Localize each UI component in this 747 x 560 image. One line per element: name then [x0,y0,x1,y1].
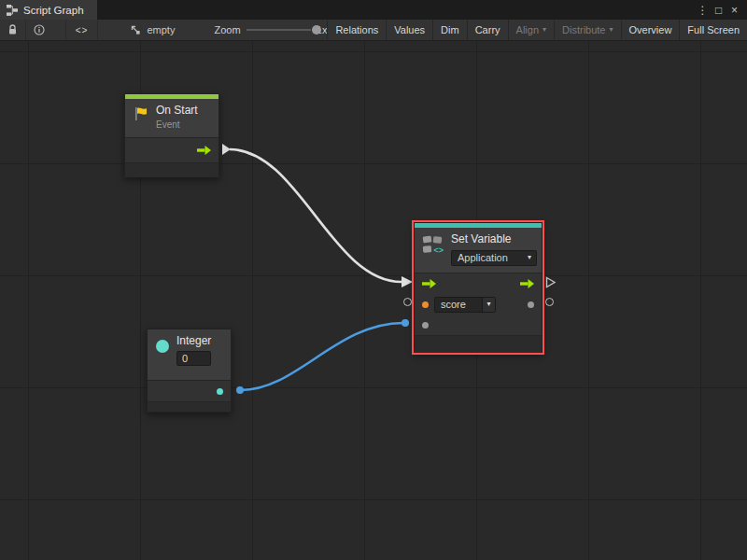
node-on-start[interactable]: On Start Event [124,93,219,177]
fit-arrow-icon [130,24,141,35]
relations-button[interactable]: Relations [327,20,386,40]
control-connection[interactable] [230,149,402,282]
full-screen-button[interactable]: Full Screen [679,20,747,40]
value-wire-end-marker[interactable] [402,319,409,327]
variable-name-port[interactable] [422,301,429,308]
integer-icon [155,339,170,354]
control-output-port[interactable] [520,279,534,288]
value-wire-start-marker[interactable] [236,386,244,394]
node-footer [125,162,218,177]
zoom-label: Zoom [214,24,240,35]
zoom-slider-handle[interactable] [312,25,321,35]
variable-name-value[interactable]: score [435,298,482,312]
selection-indicator[interactable]: empty [130,24,175,35]
window-menu-icon[interactable]: ⋮ [695,4,711,17]
dim-button[interactable]: Dim [432,20,467,40]
variable-name-dropdown-button[interactable]: ▾ [482,298,495,312]
variable-output-port[interactable] [528,301,534,308]
code-toggle-button[interactable]: <> [65,20,99,40]
control-input-port[interactable] [422,279,436,288]
titlebar: Script Graph ⋮ □ × [0,0,747,20]
value-connection[interactable] [241,323,403,390]
variable-name-field[interactable]: score ▾ [434,297,496,313]
graph-canvas[interactable]: On Start Event [0,41,747,560]
overview-button[interactable]: Overview [621,20,680,40]
control-output-marker[interactable] [545,276,557,288]
script-graph-window: Script Graph ⋮ □ × <> empty Zoom 1x [0,0,747,560]
zoom-slider-track[interactable] [247,29,311,31]
control-connection-arrowhead [402,276,413,287]
variable-blocks-icon: <> [422,235,444,255]
control-output-port[interactable] [197,146,211,155]
graph-toolbar: <> empty Zoom 1x Relations Values Dim Ca… [0,20,747,41]
info-icon[interactable] [26,20,52,40]
toolbar-buttons: Relations Values Dim Carry Align▾ Distri… [327,20,747,40]
svg-text:<>: <> [434,245,444,255]
lock-icon[interactable] [0,20,25,40]
integer-output-port[interactable] [217,388,223,395]
window-controls: ⋮ □ × [695,0,747,20]
tab-script-graph[interactable]: Script Graph [0,0,97,20]
node-integer[interactable]: Integer 0 [147,329,232,413]
dropdown-caret-icon: ▾ [610,26,613,34]
align-button: Align▾ [508,20,554,40]
values-button[interactable]: Values [386,20,432,40]
selection-label: empty [147,24,175,35]
unconnected-port-marker-right[interactable] [545,298,554,306]
variable-scope-dropdown[interactable]: Application ▾ [451,250,537,266]
carry-button[interactable]: Carry [467,20,508,40]
control-wire-start-marker[interactable] [222,144,231,155]
node-title: Integer [176,335,211,348]
zoom-slider[interactable] [247,23,311,36]
node-title: Set Variable [451,233,537,246]
distribute-button: Distribute▾ [554,20,620,40]
node-footer [415,335,542,353]
unconnected-port-marker-left[interactable] [403,298,412,306]
node-set-variable[interactable]: <> Set Variable Application ▾ [414,222,543,353]
integer-value-field[interactable]: 0 [176,351,211,366]
flag-icon [133,105,149,122]
connections-layer [0,41,747,560]
graph-icon [7,5,18,16]
tab-title: Script Graph [23,5,84,16]
node-footer [148,401,231,412]
value-input-port[interactable] [422,322,429,329]
close-icon[interactable]: × [726,4,742,17]
dropdown-caret-icon: ▾ [486,301,490,308]
node-title: On Start [156,105,198,118]
dropdown-caret-icon: ▾ [528,254,531,261]
dropdown-caret-icon: ▾ [543,26,546,34]
node-subtitle: Event [156,119,198,130]
maximize-icon[interactable]: □ [711,4,726,17]
